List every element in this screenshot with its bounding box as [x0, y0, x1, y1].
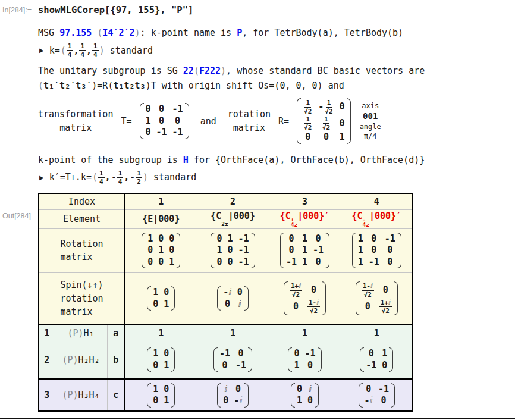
rotation-matrix-2: 01-110-100-1 [197, 228, 269, 272]
comma: , [86, 45, 92, 56]
and-label: and [200, 116, 216, 127]
corep-row-1: 1 (P)H₁ a 1 1 1 1 [39, 325, 413, 341]
label-line: rotation [228, 108, 271, 121]
msg-symbol: I4′2′2 [102, 27, 134, 38]
msg-mid: k-point name is [151, 27, 237, 38]
k-standard-line: ▶ k=(14, 14, 14) standard [39, 42, 515, 58]
label-line: Rotation [60, 237, 103, 251]
subgroup-kpoint-name: H [183, 155, 189, 165]
kprime-standard-line: ▶ k′=TT.k=(14, -14, -12) standard [39, 170, 515, 186]
kprime-eq: .k= [76, 172, 92, 183]
row-letter: b [107, 341, 125, 379]
paren: ) [221, 65, 226, 76]
corep-matrix: -100-1 [197, 341, 269, 379]
kprime-frac-3: 12 [136, 170, 142, 186]
corep-name: H₁ [84, 328, 95, 338]
msg-colon: : [140, 27, 151, 38]
r-equals: R= [278, 116, 289, 127]
k-frac-2: 14 [79, 42, 86, 58]
element-post: |000} [228, 211, 255, 221]
corep-row-3: 3 (P)H₃H₄ c 1001 ⅈ00-ⅈ 0ⅈ10 0-1-ⅈ0 [39, 379, 413, 411]
element-cell-4: {C-4z|000}′ [341, 209, 413, 228]
paren: ( [38, 80, 43, 91]
transformation-matrix-label: transformationmatrix [38, 108, 113, 134]
in-cell-label: In[284]:= [2, 6, 32, 14]
kprime-frac-2: 14 [117, 170, 124, 186]
col-header-1: 1 [125, 193, 197, 209]
kprime-lead: k′=T [49, 172, 71, 183]
code-input-line[interactable]: showMLGCorep[{97, 155}, "P"] [38, 5, 515, 15]
axis-angle-note: axis 001 angle π/4 [360, 101, 381, 141]
subgroup-kpoint-line: k-point of the subgroup is H for {OrthFa… [38, 155, 515, 165]
element-pre: {C [351, 211, 362, 221]
paren: ( [61, 45, 66, 56]
label-line: matrix [60, 305, 103, 319]
label-line: matrix [60, 250, 103, 264]
triangle-bullet-icon: ▶ [39, 47, 44, 54]
spin-matrix-2: -ⅈ00ⅈ [197, 272, 269, 325]
rotation-matrix-label: rotationmatrix [228, 108, 271, 134]
paren: ) [99, 45, 105, 56]
element-header: Element [39, 209, 125, 228]
element-cell-1: {E|000} [125, 209, 197, 228]
label-line: transformation [38, 108, 113, 121]
minus: - [130, 172, 135, 183]
element-cell-2: {C2z|000} [197, 209, 269, 228]
kprime-frac-1: 14 [98, 170, 105, 186]
corep-matrix: 0-110 [269, 341, 341, 379]
spin-matrix-4: 1-ⅈ√2001+ⅈ√2 [341, 272, 413, 325]
row-number: 2 [39, 341, 55, 379]
index-row: Index 1 2 3 4 [39, 193, 413, 209]
corep-value: 1 [341, 325, 413, 341]
rotation-matrix-row: Rotationmatrix 100010001 01-110-100-1 01… [39, 228, 413, 272]
element-post: |000}′ [369, 211, 401, 221]
paren: ) [135, 27, 140, 38]
basis-vectors: t₁t₂t₃ [113, 80, 145, 91]
corep-name: H₃H₄ [78, 390, 99, 400]
paren: ( [194, 65, 199, 76]
kprime-standard-label: standard [153, 172, 196, 183]
corep-label: (P)H₃H₄ [55, 379, 107, 411]
msg-number: 97.155 [59, 27, 92, 38]
rotation-matrix-header: Rotationmatrix [39, 228, 125, 272]
corep-matrix: 0-1-ⅈ0 [341, 379, 413, 411]
out-cell-label: Out[284]= [2, 212, 35, 220]
comma: , [105, 172, 111, 183]
label-line: rotation [60, 292, 103, 306]
msg-line: MSG 97.155 (I4′2′2): k-point name is P, … [38, 27, 515, 38]
t-matrix: 00-11000-1-1 [140, 102, 189, 140]
kpoint2-lead: k-point of the subgroup is [38, 155, 183, 165]
unitary-lead: The unitary subgroup is SG [38, 65, 183, 76]
rotation-matrix-3: 01001-1-110 [269, 228, 341, 272]
axis-value: 001 [360, 111, 381, 122]
basis-tail: )T with origin shift Os=(0, 0, 0) and [146, 80, 344, 91]
index-header: Index [39, 193, 125, 209]
element-sub: 4z [291, 222, 297, 228]
element-cell-3: {C+4z|000}′ [269, 209, 341, 228]
sg-number: 22 [183, 65, 194, 76]
label-line: matrix [38, 121, 113, 135]
col-header-2: 2 [197, 193, 269, 209]
window-bottom-edge [0, 418, 515, 419]
corep-value: 1 [125, 325, 197, 341]
corep-name: H₂H₂ [78, 355, 99, 365]
axis-label: axis [360, 101, 381, 111]
t-equals: T= [121, 116, 131, 127]
rotation-matrix-1: 100010001 [125, 228, 197, 272]
minus: - [111, 172, 117, 183]
comma: , [73, 45, 78, 56]
transpose-sup: T [71, 174, 75, 181]
notebook-content: showMLGCorep[{97, 155}, "P"] MSG 97.155 … [0, 0, 515, 412]
p-prefix: (P) [62, 390, 78, 400]
rotation-matrix-4: 10-11001-10 [341, 228, 413, 272]
unitary-tail: , whose standard BC basic vectors are [226, 65, 425, 76]
spin-matrix-1: 1001 [125, 272, 197, 325]
comma: , [124, 172, 129, 183]
basis-mid: )=R( [92, 80, 113, 91]
msg-lead: MSG [38, 27, 59, 38]
spin-rotation-row: Spin(↓↑)rotationmatrix 1001 -ⅈ00ⅈ 1+ⅈ√20… [39, 272, 413, 325]
angle-label: angle [360, 122, 381, 131]
label-line: matrix [228, 121, 271, 135]
element-pre: {C [280, 211, 291, 221]
corep-value: 1 [269, 325, 341, 341]
